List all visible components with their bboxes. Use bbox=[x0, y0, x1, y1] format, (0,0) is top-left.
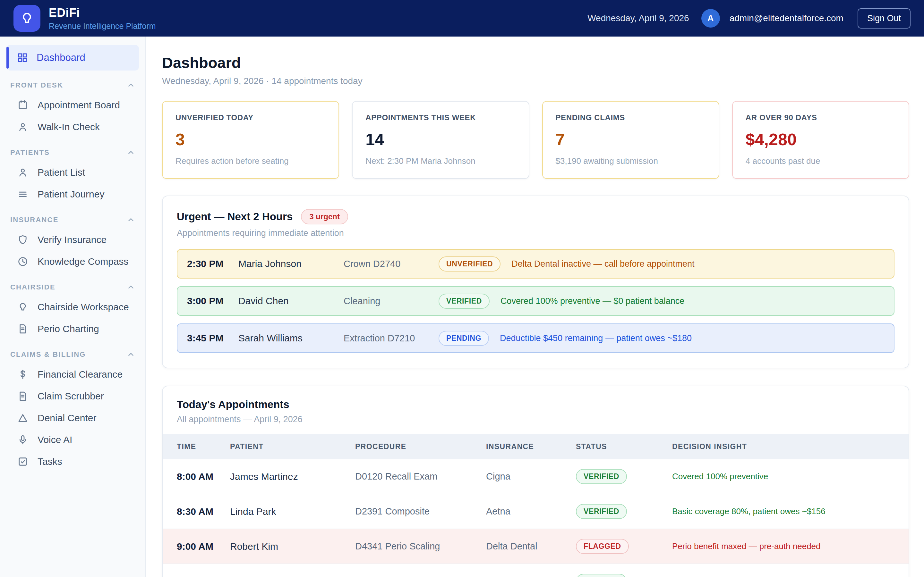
brand-name: EDiFi bbox=[49, 6, 156, 19]
brand: EDiFi Revenue Intelligence Platform bbox=[13, 5, 156, 32]
chevron-up-icon bbox=[127, 81, 135, 89]
appointments-title: Today's Appointments bbox=[177, 398, 895, 411]
appointments-table: TIME PATIENT PROCEDURE INSURANCE STATUS … bbox=[163, 434, 909, 577]
lightbulb-icon bbox=[17, 301, 29, 313]
app-header: EDiFi Revenue Intelligence Platform Wedn… bbox=[0, 0, 924, 37]
sidebar-item-walk-in-check[interactable]: Walk-In Check bbox=[0, 116, 145, 138]
check-square-icon bbox=[17, 456, 29, 467]
sidebar-section-insurance[interactable]: INSURANCE bbox=[0, 211, 145, 229]
status-badge: VERIFIED bbox=[439, 293, 489, 309]
sidebar-item-patient-list[interactable]: Patient List bbox=[0, 161, 145, 183]
app-logo bbox=[13, 5, 40, 32]
decision-insight: Covered 100% preventive bbox=[672, 472, 768, 481]
clock-icon bbox=[17, 256, 29, 268]
sidebar-item-tasks[interactable]: Tasks bbox=[0, 451, 145, 472]
dashboard-grid-icon bbox=[17, 52, 28, 63]
status-badge: VERIFIED bbox=[576, 504, 627, 519]
sidebar-item-voice-ai[interactable]: Voice AI bbox=[0, 429, 145, 451]
microphone-icon bbox=[17, 434, 29, 446]
brand-tagline: Revenue Intelligence Platform bbox=[49, 21, 156, 31]
sidebar-item-denial-center[interactable]: Denial Center bbox=[0, 407, 145, 429]
sign-out-button[interactable]: Sign Out bbox=[858, 8, 911, 29]
status-badge: FLAGGED bbox=[576, 539, 629, 554]
table-row[interactable]: 9:30 AM Jennifer Walsh D1110 Prophylaxis… bbox=[163, 564, 909, 577]
sidebar-item-financial-clearance[interactable]: Financial Clearance bbox=[0, 364, 145, 385]
calendar-icon bbox=[17, 99, 29, 111]
sidebar-item-perio-charting[interactable]: Perio Charting bbox=[0, 318, 145, 340]
col-procedure: PROCEDURE bbox=[355, 434, 486, 459]
avatar[interactable]: A bbox=[701, 9, 720, 27]
document-icon bbox=[17, 390, 29, 402]
triangle-icon bbox=[17, 412, 29, 424]
col-time: TIME bbox=[163, 434, 230, 459]
status-badge: VERIFIED bbox=[576, 469, 627, 484]
decision-insight: Deductible $450 remaining — patient owes… bbox=[500, 334, 692, 343]
urgent-row[interactable]: 3:00 PM David Chen Cleaning VERIFIED Cov… bbox=[177, 286, 895, 316]
document-icon bbox=[17, 323, 29, 335]
lightbulb-icon bbox=[19, 11, 34, 26]
stat-cards: UNVERIFIED TODAY 3 Requires action befor… bbox=[162, 101, 909, 179]
stat-value: 14 bbox=[365, 130, 515, 149]
urgent-row[interactable]: 2:30 PM Maria Johnson Crown D2740 UNVERI… bbox=[177, 249, 895, 279]
page-title: Dashboard bbox=[162, 54, 909, 71]
sidebar-section-patients[interactable]: PATIENTS bbox=[0, 143, 145, 161]
stat-card-unverified-today: UNVERIFIED TODAY 3 Requires action befor… bbox=[162, 101, 339, 179]
sidebar-item-label: Dashboard bbox=[37, 52, 86, 63]
dollar-icon bbox=[17, 369, 29, 380]
sidebar-item-appointment-board[interactable]: Appointment Board bbox=[0, 94, 145, 116]
list-lines-icon bbox=[17, 189, 29, 200]
col-decision-insight: DECISION INSIGHT bbox=[672, 434, 909, 459]
appointments-section: Today's Appointments All appointments — … bbox=[162, 386, 909, 577]
user-icon bbox=[17, 167, 29, 178]
urgent-title: Urgent — Next 2 Hours bbox=[177, 211, 292, 223]
status-badge: UNVERIFIED bbox=[439, 256, 501, 271]
user-icon bbox=[17, 121, 29, 133]
decision-insight: Delta Dental inactive — call before appo… bbox=[511, 259, 694, 269]
sidebar-section-front-desk[interactable]: FRONT DESK bbox=[0, 76, 145, 94]
chevron-up-icon bbox=[127, 216, 135, 224]
decision-insight: Covered 100% preventive — $0 patient bal… bbox=[501, 296, 684, 306]
appointments-subtitle: All appointments — April 9, 2026 bbox=[177, 414, 895, 424]
col-status: STATUS bbox=[576, 434, 672, 459]
sidebar-section-claims-billing[interactable]: CLAIMS & BILLING bbox=[0, 346, 145, 364]
stat-card-pending-claims: PENDING CLAIMS 7 $3,190 awaiting submiss… bbox=[542, 101, 719, 179]
chevron-up-icon bbox=[127, 283, 135, 292]
urgent-section: Urgent — Next 2 Hours 3 urgent Appointme… bbox=[162, 195, 909, 368]
main-content: Dashboard Wednesday, April 9, 2026 · 14 … bbox=[146, 37, 924, 577]
sidebar-item-verify-insurance[interactable]: Verify Insurance bbox=[0, 229, 145, 251]
chevron-up-icon bbox=[127, 148, 135, 157]
table-row[interactable]: 9:00 AM Robert Kim D4341 Perio Scaling D… bbox=[163, 529, 909, 564]
sidebar-item-chairside-workspace[interactable]: Chairside Workspace bbox=[0, 296, 145, 318]
page-subtitle: Wednesday, April 9, 2026 · 14 appointmen… bbox=[162, 76, 909, 86]
status-badge: PENDING bbox=[439, 331, 489, 346]
stat-card-ar-over-90: AR OVER 90 DAYS $4,280 4 accounts past d… bbox=[732, 101, 909, 179]
table-row[interactable]: 8:00 AM James Martinez D0120 Recall Exam… bbox=[163, 459, 909, 494]
sidebar-item-dashboard[interactable]: Dashboard bbox=[6, 45, 139, 71]
stat-value: $4,280 bbox=[746, 130, 896, 149]
decision-insight: Basic coverage 80%, patient owes ~$156 bbox=[672, 506, 825, 516]
chevron-up-icon bbox=[127, 350, 135, 359]
col-patient: PATIENT bbox=[230, 434, 355, 459]
status-badge: VERIFIED bbox=[576, 574, 627, 577]
decision-insight: Perio benefit maxed — pre-auth needed bbox=[672, 542, 821, 551]
sidebar-item-claim-scrubber[interactable]: Claim Scrubber bbox=[0, 385, 145, 407]
sidebar-section-chairside[interactable]: CHAIRSIDE bbox=[0, 278, 145, 296]
header-date: Wednesday, April 9, 2026 bbox=[588, 13, 689, 23]
urgent-count-badge: 3 urgent bbox=[301, 209, 348, 224]
sidebar-item-patient-journey[interactable]: Patient Journey bbox=[0, 183, 145, 205]
sidebar-item-knowledge-compass[interactable]: Knowledge Compass bbox=[0, 251, 145, 272]
shield-icon bbox=[17, 234, 29, 245]
urgent-subtitle: Appointments requiring immediate attenti… bbox=[177, 228, 895, 238]
urgent-row[interactable]: 3:45 PM Sarah Williams Extraction D7210 … bbox=[177, 324, 895, 353]
col-insurance: INSURANCE bbox=[486, 434, 576, 459]
stat-card-appointments-week: APPOINTMENTS THIS WEEK 14 Next: 2:30 PM … bbox=[352, 101, 529, 179]
user-email: admin@elitedentalforce.com bbox=[730, 13, 843, 23]
stat-value: 7 bbox=[556, 130, 706, 149]
table-header-row: TIME PATIENT PROCEDURE INSURANCE STATUS … bbox=[163, 434, 909, 459]
stat-value: 3 bbox=[176, 130, 326, 149]
sidebar: Dashboard FRONT DESK Appointment Board W… bbox=[0, 37, 146, 577]
table-row[interactable]: 8:30 AM Linda Park D2391 Composite Aetna… bbox=[163, 494, 909, 529]
